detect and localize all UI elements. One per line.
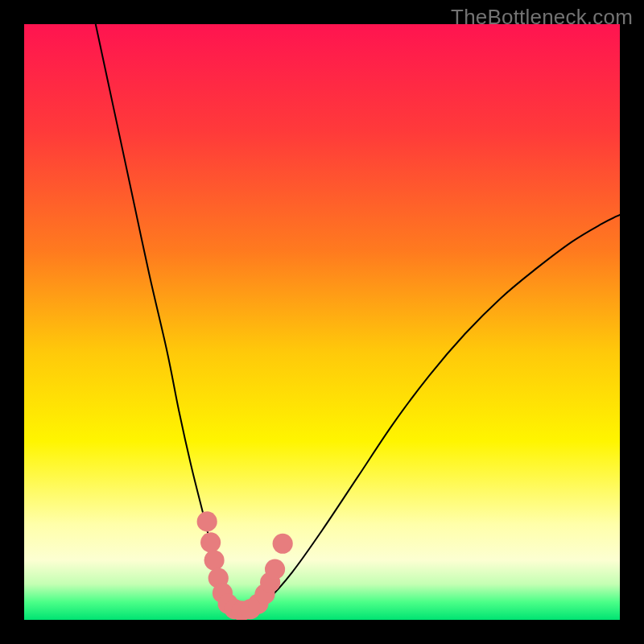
marker-dot [273, 534, 293, 554]
chart-frame: TheBottleneck.com [0, 0, 644, 644]
marker-dot [204, 550, 224, 570]
plot-area [24, 24, 620, 620]
optimal-zone-markers [197, 511, 293, 620]
marker-dot [200, 532, 221, 552]
marker-dot [197, 511, 217, 531]
markers-layer [24, 24, 620, 620]
watermark-text: TheBottleneck.com [451, 5, 633, 30]
marker-dot [265, 559, 285, 580]
